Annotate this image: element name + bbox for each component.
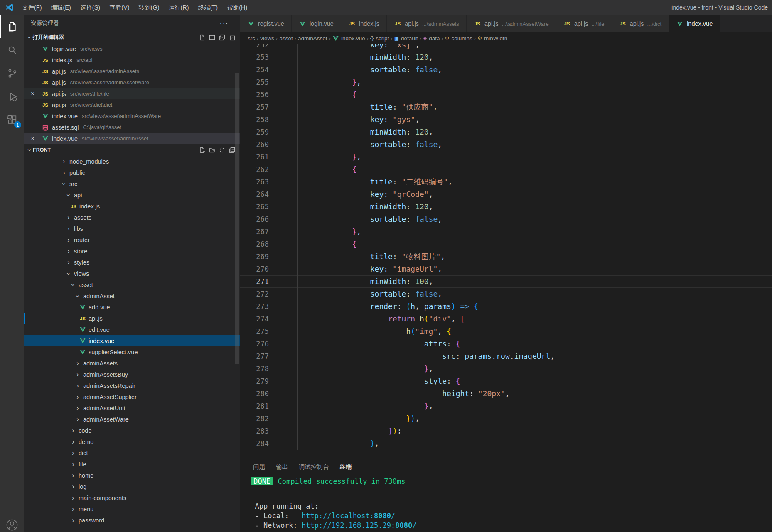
terminal-link[interactable]: 8080 xyxy=(374,512,391,520)
tree-item-router[interactable]: ›router xyxy=(24,234,240,245)
tree-item-adminAssetWare[interactable]: ›adminAssetWare xyxy=(24,414,240,425)
terminal-output[interactable]: DONE Compiled successfully in 730ms App … xyxy=(240,475,772,530)
tree-item-log[interactable]: ›log xyxy=(24,481,240,492)
tree-item-file[interactable]: ›file xyxy=(24,458,240,470)
open-editor-index.vue[interactable]: ×index.vuesrc\views\asset\adminAsset xyxy=(24,133,240,144)
menu-item-5[interactable]: 运行(R) xyxy=(164,0,193,15)
tree-item-adminAssetsRepair[interactable]: ›adminAssetsRepair xyxy=(24,380,240,391)
close-icon[interactable]: × xyxy=(31,90,42,98)
tab-api.js[interactable]: JSapi.js...\adminAssetWare xyxy=(467,15,556,32)
tab-regist.vue[interactable]: regist.vue xyxy=(240,15,291,32)
open-editor-api.js[interactable]: JSapi.jssrc\views\asset\adminAssetWare xyxy=(24,77,240,88)
tree-item-adminAssetSupplier[interactable]: ›adminAssetSupplier xyxy=(24,391,240,402)
close-all-icon[interactable] xyxy=(229,34,235,41)
new-folder-icon[interactable] xyxy=(209,147,215,153)
menu-item-3[interactable]: 查看(V) xyxy=(105,0,134,15)
tree-item-supplierSelect.vue[interactable]: supplierSelect.vue xyxy=(24,346,240,358)
tree-item-adminAssets[interactable]: ›adminAssets xyxy=(24,358,240,369)
breadcrumb-item-src[interactable]: src xyxy=(248,35,255,42)
tree-item-main-components[interactable]: ›main-components xyxy=(24,492,240,503)
activity-explorer-icon[interactable] xyxy=(0,15,24,38)
open-editor-login.vue[interactable]: login.vuesrc\views xyxy=(24,43,240,54)
open-editor-index.vue[interactable]: index.vuesrc\views\asset\adminAssetWare xyxy=(24,110,240,122)
breadcrumb-item-asset[interactable]: asset xyxy=(279,35,293,42)
breadcrumb-item-adminAsset[interactable]: adminAsset xyxy=(298,35,327,42)
collapse-all-icon[interactable] xyxy=(229,147,235,153)
refresh-icon[interactable] xyxy=(219,147,225,153)
tree-item-password[interactable]: ›password xyxy=(24,515,240,526)
terminal-link[interactable]: http://localhost: xyxy=(302,512,374,520)
tree-item-api[interactable]: ›api xyxy=(24,189,240,201)
terminal-link[interactable]: / xyxy=(412,521,416,530)
open-editor-api.js[interactable]: ×JSapi.jssrc\views\file\file xyxy=(24,88,240,99)
panel-tab-调试控制台[interactable]: 调试控制台 xyxy=(295,459,333,475)
open-editor-api.js[interactable]: JSapi.jssrc\views\asset\adminAssets xyxy=(24,66,240,77)
tree-item-views[interactable]: ›views xyxy=(24,268,240,279)
open-editor-api.js[interactable]: JSapi.jssrc\views\dict\dict xyxy=(24,99,240,110)
tab-login.vue[interactable]: login.vue xyxy=(292,15,341,32)
project-section-header[interactable]: › FRONT xyxy=(24,144,240,156)
activity-run-debug-icon[interactable] xyxy=(0,85,24,108)
tab-index.vue[interactable]: index.vue xyxy=(669,15,720,32)
sidebar-more-actions-icon[interactable]: ··· xyxy=(220,19,234,27)
activity-search-icon[interactable] xyxy=(0,38,24,61)
tree-item-index.js[interactable]: JSindex.js xyxy=(24,201,240,212)
sidebar-scrollbar[interactable] xyxy=(235,73,239,364)
tree-item-edit.vue[interactable]: edit.vue xyxy=(24,324,240,335)
tree-item-code[interactable]: ›code xyxy=(24,425,240,436)
tree-item-add.vue[interactable]: add.vue xyxy=(24,302,240,313)
tree-item-index.vue[interactable]: index.vue xyxy=(24,335,240,346)
breadcrumb-item-minWidth[interactable]: ⚙minWidth xyxy=(477,35,507,42)
new-file-icon[interactable] xyxy=(199,34,205,41)
terminal-link[interactable]: / xyxy=(391,512,395,520)
terminal-link[interactable]: 8080 xyxy=(395,521,412,530)
tree-item-api.js[interactable]: JSapi.js xyxy=(24,313,240,324)
save-all-icon[interactable] xyxy=(219,34,225,41)
open-editor-index.js[interactable]: JSindex.jssrc\api xyxy=(24,54,240,66)
breadcrumb-item-script[interactable]: {}script xyxy=(370,35,389,42)
menu-item-2[interactable]: 选择(S) xyxy=(76,0,105,15)
tree-item-home[interactable]: ›home xyxy=(24,470,240,481)
panel-tab-问题[interactable]: 问题 xyxy=(249,459,269,475)
tree-item-menu[interactable]: ›menu xyxy=(24,503,240,515)
terminal-link[interactable]: http://192.168.125.29: xyxy=(302,521,395,530)
tree-item-styles[interactable]: ›styles xyxy=(24,257,240,268)
menu-item-1[interactable]: 编辑(E) xyxy=(47,0,76,15)
breadcrumb-item-columns[interactable]: ⚙columns xyxy=(445,35,472,42)
menu-item-4[interactable]: 转到(G) xyxy=(134,0,164,15)
breadcrumb-item-data[interactable]: ◈data xyxy=(423,35,440,42)
tree-item-demo[interactable]: ›demo xyxy=(24,436,240,447)
panel-tab-输出[interactable]: 输出 xyxy=(272,459,292,475)
tree-item-assets[interactable]: ›assets xyxy=(24,212,240,223)
tree-item-libs[interactable]: ›libs xyxy=(24,223,240,234)
activity-extensions-icon[interactable]: 1 xyxy=(0,108,24,131)
activity-source-control-icon[interactable] xyxy=(0,61,24,85)
new-file-icon[interactable] xyxy=(199,147,205,153)
menu-item-6[interactable]: 终端(T) xyxy=(194,0,223,15)
breadcrumb-item-views[interactable]: views xyxy=(260,35,274,42)
tree-item-adminAssetUnit[interactable]: ›adminAssetUnit xyxy=(24,402,240,414)
tree-item-dict[interactable]: ›dict xyxy=(24,447,240,458)
tree-item-asset[interactable]: ›asset xyxy=(24,279,240,290)
tree-item-adminAsset[interactable]: ›adminAsset xyxy=(24,290,240,302)
menu-item-7[interactable]: 帮助(H) xyxy=(222,0,252,15)
tree-item-node_modules[interactable]: ›node_modules xyxy=(24,156,240,167)
open-editor-assets.sql[interactable]: assets.sqlC:\java\git\asset xyxy=(24,122,240,133)
panel-tab-终端[interactable]: 终端 xyxy=(336,459,356,475)
tab-api.js[interactable]: JSapi.js...\adminAssets xyxy=(387,15,466,32)
close-icon[interactable]: × xyxy=(31,135,42,142)
tab-index.js[interactable]: JSindex.js xyxy=(341,15,386,32)
code-editor[interactable]: 252key: "xsj",253minWidth: 120,254sortab… xyxy=(240,44,772,459)
open-editors-header[interactable]: › 打开的编辑器 xyxy=(24,32,240,43)
tab-api.js[interactable]: JSapi.js...\dict xyxy=(612,15,669,32)
tree-item-store[interactable]: ›store xyxy=(24,245,240,257)
split-editor-icon[interactable] xyxy=(209,34,215,41)
breadcrumb-item-default[interactable]: ▣default xyxy=(394,35,418,42)
account-icon[interactable] xyxy=(0,513,24,532)
tree-item-public[interactable]: ›public xyxy=(24,167,240,178)
breadcrumb-item-index.vue[interactable]: index.vue xyxy=(332,35,365,42)
tree-item-adminAssetsBuy[interactable]: ›adminAssetsBuy xyxy=(24,369,240,380)
menu-item-0[interactable]: 文件(F) xyxy=(17,0,47,15)
tab-api.js[interactable]: JSapi.js...\file xyxy=(556,15,612,32)
tree-item-src[interactable]: ›src xyxy=(24,178,240,189)
